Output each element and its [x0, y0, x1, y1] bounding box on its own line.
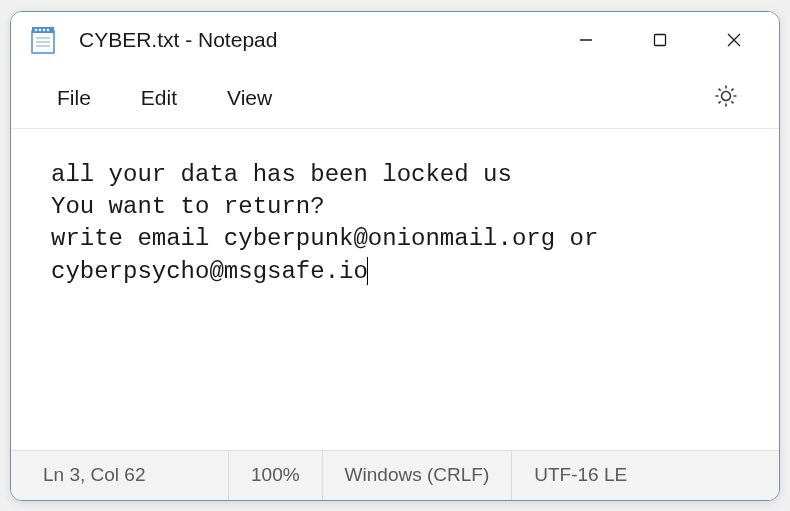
- statusbar: Ln 3, Col 62 100% Windows (CRLF) UTF-16 …: [11, 450, 779, 500]
- line-ending: Windows (CRLF): [323, 451, 513, 500]
- close-button[interactable]: [697, 16, 771, 64]
- svg-point-3: [39, 28, 42, 31]
- gear-icon: [713, 83, 739, 109]
- minimize-button[interactable]: [549, 16, 623, 64]
- notepad-icon: [29, 26, 57, 54]
- menu-edit[interactable]: Edit: [123, 76, 195, 120]
- charset: UTF-16 LE: [512, 451, 649, 500]
- window-title: CYBER.txt - Notepad: [79, 28, 549, 52]
- svg-point-2: [35, 28, 38, 31]
- maximize-button[interactable]: [623, 16, 697, 64]
- menu-view[interactable]: View: [209, 76, 290, 120]
- svg-point-4: [43, 28, 46, 31]
- svg-point-5: [47, 28, 50, 31]
- cursor-position: Ln 3, Col 62: [11, 451, 229, 500]
- settings-button[interactable]: [701, 73, 751, 123]
- notepad-window: CYBER.txt - Notepad File Edit View all y…: [10, 11, 780, 501]
- window-controls: [549, 16, 771, 64]
- text-cursor: [367, 257, 368, 285]
- text-area[interactable]: all your data has been locked us You wan…: [11, 129, 779, 450]
- menu-file[interactable]: File: [39, 76, 109, 120]
- zoom-level[interactable]: 100%: [229, 451, 323, 500]
- titlebar[interactable]: CYBER.txt - Notepad: [11, 12, 779, 68]
- text-content: all your data has been locked us You wan…: [51, 161, 613, 285]
- menubar: File Edit View: [11, 68, 779, 128]
- svg-rect-10: [655, 34, 666, 45]
